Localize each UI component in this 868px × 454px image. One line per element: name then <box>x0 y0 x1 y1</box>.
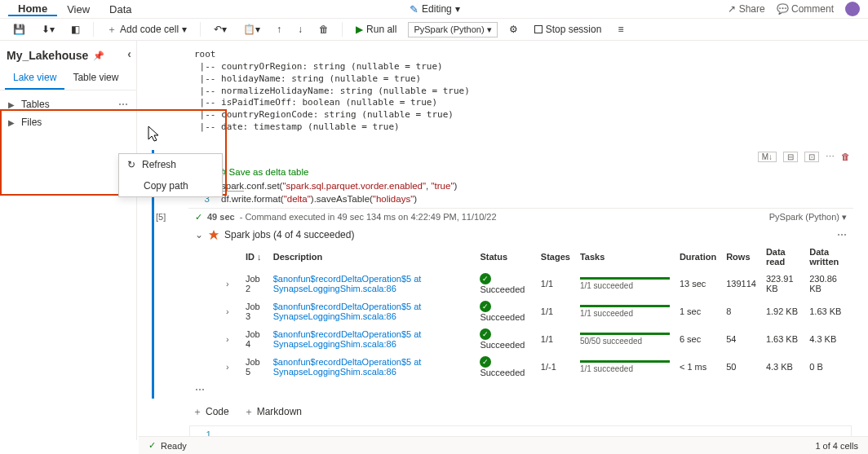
paste-button[interactable]: 📋▾ <box>238 22 265 37</box>
context-menu-refresh[interactable]: Refresh <box>119 154 222 175</box>
lakehouse-header: My_Lakehouse 📌 ‹ <box>0 41 136 67</box>
job-description-link[interactable]: $anonfun$recordDeltaOperation$5 at Synap… <box>273 357 422 377</box>
cell-data-written: 4.3 KB <box>804 325 853 353</box>
col-stages[interactable]: Stages <box>536 244 575 270</box>
pin-icon[interactable]: 📌 <box>93 51 104 61</box>
col-data-written[interactable]: Data written <box>804 244 853 270</box>
ribbon-tab-data[interactable]: Data <box>100 3 141 15</box>
code-cell-5[interactable]: ▷ ▾ M↓ ⊟ ⊡ ⋯ 🗑 1# Save as delta table 2s… <box>152 150 853 399</box>
share-icon <box>728 3 736 15</box>
user-avatar[interactable] <box>845 2 860 16</box>
spark-icon <box>208 229 219 240</box>
tree-item-more-button[interactable]: ⋯ <box>118 99 128 110</box>
cell-toolbar: M↓ ⊟ ⊡ ⋯ 🗑 <box>188 150 853 164</box>
col-description[interactable]: Description <box>268 244 476 270</box>
chevron-down-icon: ▾ <box>455 3 460 15</box>
success-icon: ✓ <box>480 328 491 340</box>
cell-data-written: 0 B <box>804 353 853 381</box>
job-description-link[interactable]: $anonfun$recordDeltaOperation$5 at Synap… <box>273 329 422 349</box>
save-button[interactable]: 💾 <box>8 22 30 37</box>
cell-tasks: 1/1 succeeded <box>580 309 670 318</box>
add-code-button[interactable]: ＋Code <box>193 405 229 419</box>
job-description-link[interactable]: $anonfun$recordDeltaOperation$5 at Synap… <box>273 274 422 293</box>
expand-row-button[interactable]: › <box>226 279 229 289</box>
ribbon: Home View Data Editing ▾ Share Comment <box>0 0 868 19</box>
cell-job-id: Job 3 <box>241 298 268 325</box>
code-token: df.write.format( <box>221 194 284 204</box>
cell-duration: 13 sec <box>675 270 721 298</box>
variables-button[interactable]: ≡ <box>613 22 628 37</box>
tree-item-tables[interactable]: ▶ Tables ⋯ <box>3 95 133 113</box>
table-row: ›Job 2$anonfun$recordDeltaOperation$5 at… <box>221 270 853 298</box>
cell-stages: 1/1 <box>536 325 575 353</box>
ribbon-tab-view[interactable]: View <box>57 3 100 15</box>
sidebar-tabs: Lake view Table view <box>0 67 136 90</box>
col-data-read[interactable]: Data read <box>761 244 804 270</box>
move-down-button[interactable]: ↓ <box>293 22 308 37</box>
cell-collapse-button[interactable]: ⊟ <box>783 152 798 162</box>
add-code-cell-button[interactable]: ＋Add code cell ▾ <box>102 21 192 38</box>
cell-data-read: 1.63 KB <box>761 325 804 353</box>
language-select[interactable]: PySpark (Python) ▾ <box>408 22 497 37</box>
chevron-right-icon: ▶ <box>8 100 16 109</box>
output-truncated-indicator[interactable]: ⋯ <box>188 381 853 399</box>
spark-jobs-title: Spark jobs (4 of 4 succeeded) <box>224 229 354 240</box>
tree-item-tables-label: Tables <box>21 99 50 110</box>
settings-gear-button[interactable]: ⚙ <box>504 22 523 37</box>
cell-count-label: 1 of 4 cells <box>815 441 858 451</box>
code-token: "true" <box>432 181 454 191</box>
tab-table-view[interactable]: Table view <box>64 67 126 90</box>
task-progress-bar <box>580 360 670 363</box>
col-status[interactable]: Status <box>475 244 535 270</box>
cell-delete-button[interactable]: 🗑 <box>841 152 850 162</box>
comment-icon <box>777 3 789 15</box>
cell-data-read: 1.92 KB <box>761 298 804 325</box>
code-editor[interactable]: 1# Save as delta table 2spark.conf.set("… <box>188 164 853 208</box>
job-description-link[interactable]: $anonfun$recordDeltaOperation$5 at Synap… <box>273 302 422 321</box>
stop-session-button[interactable]: Stop session <box>529 22 607 37</box>
expand-row-button[interactable]: › <box>226 334 229 344</box>
expand-row-button[interactable]: › <box>226 362 229 372</box>
cell-duration: 6 sec <box>675 325 721 353</box>
svg-marker-0 <box>209 230 219 240</box>
cell-output-button[interactable]: ⊡ <box>804 152 819 162</box>
undo-button[interactable]: ↶▾ <box>209 22 232 37</box>
cube-button[interactable]: ◧ <box>66 22 85 37</box>
ribbon-tab-home[interactable]: Home <box>8 2 57 16</box>
expand-row-button[interactable]: › <box>226 306 229 316</box>
context-menu-copy-path[interactable]: Copy path <box>119 175 222 196</box>
cell-data-read: 4.3 KB <box>761 353 804 381</box>
share-button[interactable]: Share <box>728 3 764 15</box>
run-all-button[interactable]: ▶ Run all <box>351 22 401 37</box>
move-up-button[interactable]: ↑ <box>272 22 286 37</box>
code-token: "holidays" <box>373 194 414 204</box>
notebook-area: root |-- countryOrRegion: string (nullab… <box>137 41 868 440</box>
comment-button[interactable]: Comment <box>777 3 834 15</box>
col-id[interactable]: ID ↓ <box>241 244 268 270</box>
editing-mode-dropdown[interactable]: Editing ▾ <box>403 2 467 17</box>
chevron-right-icon: ▶ <box>8 118 16 127</box>
success-icon: ✓ <box>480 273 491 284</box>
schema-output: root |-- countryOrRegion: string (nullab… <box>194 49 853 134</box>
cell-status: Succeeded <box>480 340 525 350</box>
cell-data-written: 230.86 KB <box>804 270 853 298</box>
col-duration[interactable]: Duration <box>675 244 721 270</box>
code-line-1: # Save as delta table <box>221 167 308 177</box>
cell-more-button[interactable]: ⋯ <box>826 152 835 162</box>
add-markdown-button[interactable]: ＋Markdown <box>244 405 302 419</box>
cell-markdown-button[interactable]: M↓ <box>758 152 777 162</box>
ready-icon: ✓ <box>148 440 156 451</box>
delete-button[interactable]: 🗑 <box>314 22 334 37</box>
cell-language-label[interactable]: PySpark (Python) ▾ <box>769 212 853 223</box>
spark-jobs-header[interactable]: ⌄ Spark jobs (4 of 4 succeeded) ⋯ <box>188 226 853 244</box>
download-button[interactable]: ⬇▾ <box>37 22 60 37</box>
cell-stages: 1/1 <box>536 298 575 325</box>
collapse-sidebar-button[interactable]: ‹ <box>127 47 131 60</box>
spark-more-button[interactable]: ⋯ <box>837 229 847 240</box>
lakehouse-title: My_Lakehouse <box>7 49 88 62</box>
col-rows[interactable]: Rows <box>721 244 761 270</box>
tab-lake-view[interactable]: Lake view <box>5 67 64 90</box>
col-tasks[interactable]: Tasks <box>575 244 675 270</box>
chevron-down-icon[interactable]: ⌄ <box>195 229 203 240</box>
tree-item-files[interactable]: ▶ Files <box>3 113 133 131</box>
